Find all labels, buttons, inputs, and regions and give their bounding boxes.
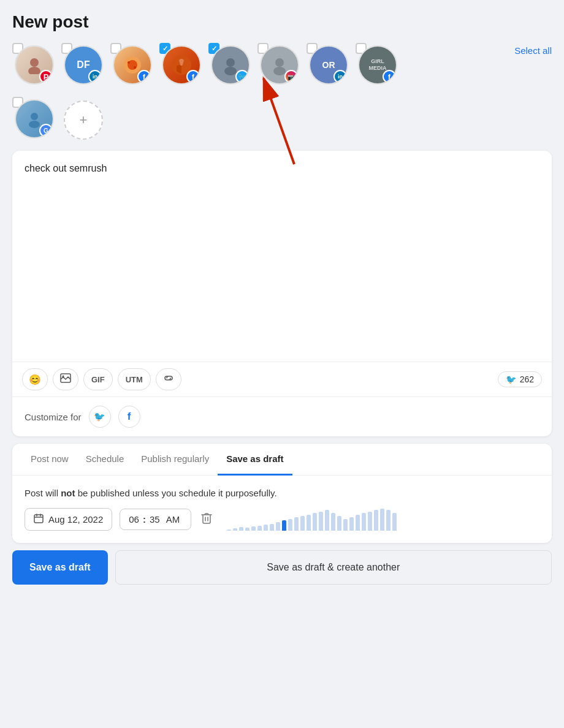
chart-bar	[313, 513, 317, 531]
chart-bar	[251, 526, 256, 531]
customize-row: Customize for 🐦 f	[12, 396, 552, 436]
editor-card: check out semrush 😊 GIF UTM 🐦 262 Custom…	[12, 151, 552, 436]
select-all-button[interactable]: Select all	[514, 43, 552, 56]
svg-point-8	[224, 67, 237, 75]
time-hour: 06	[129, 514, 139, 525]
chart-bar	[392, 513, 397, 531]
chart-bar	[270, 524, 274, 531]
account-item[interactable]: P	[12, 43, 56, 87]
chart-bar	[343, 519, 348, 531]
tab-schedule[interactable]: Schedule	[77, 444, 133, 476]
chart-bar	[233, 528, 237, 531]
chart-bar	[362, 513, 366, 531]
twitter-icon: 🐦	[94, 411, 105, 422]
image-button[interactable]	[53, 368, 78, 390]
chart-bar	[374, 510, 378, 531]
chart-bar	[319, 512, 323, 531]
svg-point-0	[30, 58, 39, 67]
twitter-icon: 🐦	[506, 374, 516, 384]
time-colon: :	[143, 514, 146, 525]
tabs-header: Post now Schedule Publish regularly Save…	[12, 444, 552, 476]
account-item[interactable]: f	[110, 43, 154, 87]
gif-button[interactable]: GIF	[83, 368, 113, 390]
svg-point-10	[273, 67, 286, 75]
account-item[interactable]: 🐦	[208, 43, 253, 87]
platform-badge-facebook: f	[137, 70, 151, 83]
chart-bar	[331, 513, 335, 531]
platform-badge-twitter: 🐦	[235, 70, 249, 83]
platform-badge-google: G	[39, 124, 53, 137]
draft-notice: Post will not be published unless you sc…	[25, 488, 539, 498]
svg-point-11	[31, 113, 38, 120]
chart-bar	[356, 515, 360, 531]
chart-bar	[337, 516, 341, 531]
utm-button[interactable]: UTM	[118, 368, 151, 390]
account-item[interactable]: DF in	[61, 43, 105, 87]
svg-point-5	[134, 66, 136, 69]
chart-bar	[307, 515, 311, 531]
action-buttons: Save as draft Save as draft & create ano…	[12, 550, 552, 585]
post-text-input[interactable]: check out semrush	[12, 151, 552, 359]
chart-bar	[386, 510, 391, 531]
platform-badge-facebook: f	[186, 70, 200, 83]
chart-bar	[325, 510, 329, 531]
accounts-row: P DF in f	[12, 43, 552, 87]
gif-label: GIF	[91, 375, 105, 384]
chart-bar	[245, 528, 250, 531]
customize-facebook-button[interactable]: f	[118, 406, 140, 428]
save-draft-button[interactable]: Save as draft	[12, 550, 108, 585]
chart-bar	[368, 512, 372, 531]
chart-bar	[282, 520, 286, 531]
platform-badge-linkedin: in	[88, 70, 102, 83]
facebook-icon: f	[128, 411, 131, 423]
time-picker[interactable]: 06 : 35 AM	[120, 509, 191, 530]
account-item[interactable]: OR in	[307, 43, 351, 87]
delete-schedule-button[interactable]	[199, 509, 215, 529]
calendar-icon	[34, 514, 44, 525]
chart-bar	[300, 516, 305, 531]
twitter-count-badge: 🐦 262	[498, 371, 542, 387]
platform-badge-linkedin: in	[333, 70, 347, 83]
platform-badge-instagram: 📷	[284, 70, 298, 83]
twitter-count-value: 262	[520, 374, 534, 384]
date-picker-button[interactable]: Aug 12, 2022	[25, 508, 112, 531]
chart-bar	[239, 527, 243, 531]
add-account-button[interactable]: +	[64, 100, 103, 140]
page-title: New post	[12, 12, 552, 32]
customize-label: Customize for	[25, 412, 82, 422]
emoji-icon: 😊	[29, 374, 41, 385]
account-item[interactable]: GIRLMEDIA f	[356, 43, 400, 87]
time-minute: 35	[150, 514, 160, 525]
emoji-button[interactable]: 😊	[22, 368, 48, 390]
svg-point-4	[128, 61, 130, 64]
chart-bar	[288, 519, 292, 531]
tab-post-now[interactable]: Post now	[22, 444, 77, 476]
tab-publish-regularly[interactable]: Publish regularly	[132, 444, 218, 476]
svg-point-12	[29, 121, 40, 128]
svg-rect-16	[34, 515, 43, 523]
save-draft-create-another-button[interactable]: Save as draft & create another	[115, 550, 552, 585]
svg-point-15	[63, 376, 64, 377]
account-item[interactable]: G	[12, 97, 56, 141]
draft-tab-content: Post will not be published unless you sc…	[12, 476, 552, 543]
svg-point-9	[275, 58, 284, 67]
account-item[interactable]: 📷	[257, 43, 302, 87]
draft-notice-bold: not	[61, 488, 75, 498]
engagement-chart	[227, 509, 397, 531]
link-button[interactable]	[156, 368, 181, 390]
tab-save-as-draft[interactable]: Save as draft	[218, 444, 292, 476]
chart-bar	[276, 522, 280, 531]
toolbar-row: 😊 GIF UTM 🐦 262	[12, 362, 552, 396]
account-item[interactable]: f	[159, 43, 204, 87]
date-value: Aug 12, 2022	[48, 514, 103, 525]
trash-icon	[201, 514, 212, 526]
svg-point-1	[28, 67, 40, 74]
svg-point-7	[226, 58, 235, 67]
chart-bar	[227, 529, 231, 531]
chart-bar	[349, 517, 354, 531]
chart-bar	[380, 509, 384, 531]
platform-badge-pinterest: P	[39, 70, 53, 83]
ampm-toggle[interactable]: AM	[164, 514, 183, 525]
customize-twitter-button[interactable]: 🐦	[89, 406, 111, 428]
chart-bar	[294, 517, 299, 531]
